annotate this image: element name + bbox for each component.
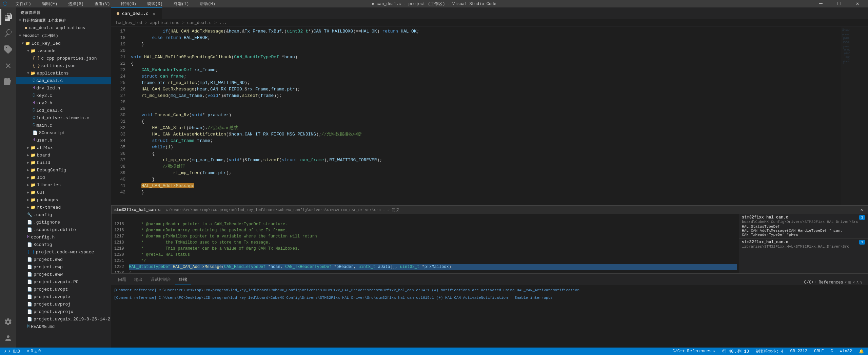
panel-tab-problems[interactable]: 问题 — [114, 275, 130, 285]
peek-close-button[interactable]: ✕ — [859, 207, 865, 213]
tree-file-eww[interactable]: 📄 project.eww — [16, 271, 111, 278]
activity-debug[interactable] — [0, 58, 16, 74]
tree-file-uvproj[interactable]: 📄 project.uvproj — [16, 300, 111, 308]
activity-account[interactable] — [0, 330, 16, 346]
tree-file-drv-lcd[interactable]: H drv_lcd.h — [16, 84, 111, 92]
terminal-output[interactable]: [Comment reference] C:\Users\PC\Desktop\… — [111, 285, 868, 348]
tree-folder-out[interactable]: ▶ 📁 OUT — [16, 189, 111, 196]
breadcrumb-part-2[interactable]: applications — [150, 21, 179, 25]
minimize-button[interactable]: — — [813, 0, 829, 7]
tree-file-c-cpp[interactable]: { } c_cpp_properties.json — [16, 55, 111, 62]
tree-file-ewp[interactable]: 📄 project.ewp — [16, 263, 111, 271]
tree-file-config[interactable]: 🔧 .config — [16, 211, 111, 218]
folder-label: lcd_key_led — [32, 41, 61, 46]
status-line-ending[interactable]: CRLF — [813, 349, 825, 354]
tree-folder-libraries[interactable]: ▶ 📁 libraries — [16, 181, 111, 189]
tree-file-can-deal[interactable]: C can_deal.c — [16, 77, 111, 84]
tree-file-main[interactable]: C main.c — [16, 122, 111, 129]
activity-settings[interactable] — [0, 314, 16, 330]
panel-tab-output[interactable]: 输出 — [130, 275, 146, 285]
breadcrumb-part-1[interactable]: lcd_key_led — [115, 21, 142, 25]
panel-chevron-up-icon[interactable]: ∧ — [856, 280, 859, 285]
status-lang-ref[interactable]: C/C++ References ▾ — [671, 349, 716, 354]
menu-debug[interactable]: 调试(D) — [144, 0, 165, 7]
tree-folder-lcd-key-led[interactable]: ▼ 📁 lcd_key_led — [16, 40, 111, 47]
status-language[interactable]: C — [829, 349, 834, 354]
line-number: 35 — [117, 144, 125, 150]
peek-code-view[interactable]: 1215 * @param pHeader pointer to a CAN_T… — [112, 214, 739, 273]
tree-file-user[interactable]: H user.h — [16, 137, 111, 144]
panel-close-icon[interactable]: ✕ — [852, 280, 855, 285]
tree-file-key2h[interactable]: H key2.h — [16, 99, 111, 107]
status-bar: ⚡ ⚡ 0△0 ⊗ 0 ⚠ 0 C/C++ References ▾ 行 40，… — [0, 348, 868, 355]
menu-edit[interactable]: 编辑(E) — [39, 0, 60, 7]
tree-file-sconscript[interactable]: 📄 SConscript — [16, 129, 111, 137]
tree-file-cconfig[interactable]: H cconfig.h — [16, 233, 111, 241]
breadcrumb-part-3[interactable]: can_deal.c — [187, 21, 212, 25]
tree-file-settings[interactable]: { } settings.json — [16, 62, 111, 69]
tree-file-uvopt[interactable]: 📄 project.uvopt — [16, 286, 111, 293]
tree-folder-lcd[interactable]: ▶ 📁 lcd — [16, 174, 111, 181]
status-platform[interactable]: win32 — [839, 349, 853, 354]
peek-ref-path-2: libraries\STM32F1xx_HAL\STM32F1xx_HAL_Dr… — [742, 245, 865, 249]
menu-select[interactable]: 选择(S) — [65, 0, 86, 7]
tree-file-lcd-driver[interactable]: C lcd_driver-stemwin.c — [16, 114, 111, 122]
tree-file-kconfig[interactable]: 📄 Kconfig — [16, 241, 111, 248]
menu-terminal[interactable]: 终端(T) — [171, 0, 192, 7]
status-position[interactable]: 行 40，列 13 — [721, 349, 750, 354]
peek-ref-item-1[interactable]: 1 stm32f1xx_hal_can.c board\CubeMX_Confi… — [739, 214, 868, 238]
tree-folder-build[interactable]: ▶ 📁 build — [16, 159, 111, 166]
project-section[interactable]: ▼ PROJECT (工作区) — [16, 32, 111, 40]
line-number: 17 — [117, 28, 125, 35]
code-content[interactable]: if(HAL_CAN_AddTxMessage(&hcan,&Tx_Frame,… — [128, 27, 841, 205]
tree-file-uvoptx[interactable]: 📄 project.uvoptx — [16, 293, 111, 300]
tree-file-lcd-deal[interactable]: C lcd_deal.c — [16, 107, 111, 114]
tree-folder-debugconfig[interactable]: ▶ 📁 DebugConfig — [16, 166, 111, 174]
tree-folder-applications[interactable]: ▼ 📂 applications — [16, 69, 111, 77]
tab-close-button[interactable]: ✕ — [151, 11, 157, 16]
tree-file-gitignore[interactable]: 📄 .gitignore — [16, 218, 111, 226]
breadcrumb-part-4[interactable]: ... — [219, 21, 227, 25]
open-editors-section[interactable]: ▼ 打开的编辑器 1个未保存 — [16, 17, 111, 24]
tree-file-gitdate[interactable]: 📄 project.uvguix.2019-8-26-14-2... — [16, 315, 111, 323]
tab-can-deal[interactable]: can_deal.c ✕ — [111, 7, 162, 19]
tree-folder-rt-thread[interactable]: ▶ 📁 rt-thread — [16, 204, 111, 211]
peek-ref-filename-1: stm32f1xx_hal_can.c — [742, 215, 865, 220]
panel-tab-terminal[interactable]: 终端 — [175, 275, 191, 285]
menu-file[interactable]: 文件(F) — [13, 0, 34, 7]
activity-search[interactable] — [0, 25, 16, 41]
status-bell[interactable]: 🔔 — [857, 349, 865, 354]
panel-dropdown-icon[interactable]: ▾ — [845, 280, 847, 285]
tree-file-sconsign[interactable]: 📄 .sconsign.dblite — [16, 226, 111, 233]
status-problems[interactable]: ⊗ 0 ⚠ 0 — [25, 349, 42, 354]
panel-tab-debug-console[interactable]: 调试控制台 — [146, 275, 175, 285]
tree-file-ewd[interactable]: 📄 project.ewd — [16, 256, 111, 263]
menu-goto[interactable]: 转到(G) — [118, 0, 139, 7]
menu-view[interactable]: 查看(V) — [92, 0, 113, 7]
tree-folder-packages[interactable]: ▶ 📁 packages — [16, 196, 111, 204]
panel-split-icon[interactable]: ⊞ — [848, 279, 851, 285]
panel-chevron-down-icon[interactable]: ∨ — [860, 280, 863, 285]
status-spaces[interactable]: 制表符大小: 4 — [754, 349, 785, 354]
menu-help[interactable]: 帮助(H) — [197, 0, 218, 7]
activity-git[interactable] — [0, 41, 16, 58]
app-icon: ⬡ — [3, 0, 7, 7]
window-controls: — □ ✕ — [813, 0, 865, 7]
open-file-item[interactable]: ● can_deal.c applications — [16, 24, 111, 32]
tree-folder-board[interactable]: ▶ 📁 board — [16, 151, 111, 159]
peek-ref-item-2[interactable]: 1 stm32f1xx_hal_can.c libraries\STM32F1x… — [739, 238, 868, 250]
tree-file-key2c[interactable]: C key2.c — [16, 92, 111, 99]
tree-file-uvprojx[interactable]: 📄 project.uvprojx — [16, 308, 111, 315]
status-encoding[interactable]: GB 2312 — [789, 349, 809, 354]
code-editor[interactable]: 17 18 19 20 21 22 23 24 25 26 27 28 29 3… — [111, 27, 868, 205]
close-button[interactable]: ✕ — [850, 0, 865, 7]
tree-folder-at24xx[interactable]: ▶ 📁 at24xx — [16, 144, 111, 151]
tree-file-uvguixpc[interactable]: 📄 project.uvguix.PC — [16, 278, 111, 286]
tree-file-code-workspace[interactable]: { } project.code-workspace — [16, 248, 111, 256]
activity-extensions[interactable] — [0, 74, 16, 90]
tree-file-readme[interactable]: M README.md — [16, 323, 111, 330]
activity-explorer[interactable] — [0, 9, 16, 25]
status-git-branch[interactable]: ⚡ ⚡ 0△0 — [3, 349, 21, 354]
tree-folder-vscode[interactable]: ▼ 📁 .vscode — [16, 47, 111, 55]
maximize-button[interactable]: □ — [831, 0, 847, 7]
